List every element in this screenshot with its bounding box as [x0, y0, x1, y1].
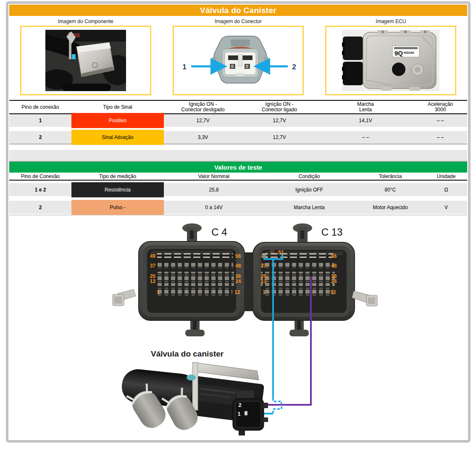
left-mounting-tab [113, 289, 136, 306]
svg-text:24: 24 [235, 278, 241, 284]
svg-text:13: 13 [150, 278, 156, 284]
test-table-header: Pino de Conexão Tipo de medição Valor No… [9, 173, 467, 181]
svg-text:48: 48 [235, 263, 241, 269]
value-cell: 14,1V [317, 118, 414, 123]
col-header-condition: Condição [264, 173, 355, 179]
empty-row [9, 150, 467, 161]
ecu-image-label: Imagem ECU [376, 17, 406, 26]
col-header-pin: Pino de Conexão [9, 173, 71, 179]
ecu-body [363, 32, 436, 89]
pin-cell: 1 e 2 [9, 187, 71, 193]
col-header-nominal: Valor Nominal [164, 173, 264, 179]
ecu-pinout-diagram: 49 37 25 13 1 56 48 36 24 12 [9, 215, 466, 440]
col-header-tolerance: Tolerância [355, 173, 426, 179]
ecu-image-column: Imagem ECU [315, 17, 467, 97]
signal-row-1: 1 Positivo 12,7V 12,7V 14,1V – – [9, 114, 467, 127]
svg-text:12: 12 [234, 289, 240, 295]
valve-pin2-label: 2 [238, 402, 241, 408]
col-header-accel: Aceleração3000 [414, 102, 466, 113]
svg-text:56: 56 [331, 253, 337, 259]
value-cell: 12,7V [164, 118, 242, 123]
test-values-title: Valores de teste [9, 161, 467, 173]
ecu-connector-block [343, 37, 363, 60]
ecu-connector-block [343, 62, 363, 85]
test-row-1: 1 e 2 Resistência 25,8 Ignição OFF 80°C … [9, 183, 467, 196]
ghost-pin-number: 48 [270, 249, 275, 254]
page-title: Válvula do Canister [9, 5, 467, 16]
value-cell: Motor Aquecido [355, 205, 426, 210]
wiring-diagram-section: 49 37 25 13 1 56 48 36 24 12 [9, 215, 467, 440]
ecu-badge-big: 9Q [394, 50, 403, 57]
valve-pin1-label: 1 [237, 411, 240, 417]
value-cell: Marcha Lenta [264, 205, 355, 210]
col-header-unit: Unidade [426, 173, 466, 179]
svg-text:1: 1 [263, 289, 266, 295]
value-cell: 25,8 [164, 187, 264, 193]
connector-photo: 1 2 [175, 28, 301, 93]
value-cell: 12,7V [242, 134, 317, 140]
measure-type-badge: Pulso - [71, 200, 164, 215]
wire-blue-dashed-jog [273, 398, 281, 414]
images-row: Imagem do Componente [9, 16, 467, 97]
pin-cell: 2 [9, 205, 71, 210]
component-photo [45, 30, 126, 91]
cyan-marker [72, 54, 76, 59]
component-image-box [20, 26, 151, 95]
connector-image-column: Imagem do Conector [162, 17, 314, 97]
pin-cell: 2 [9, 134, 71, 140]
signal-type-badge: Positivo [71, 113, 164, 128]
connector-c13: 49 37 25 13 1 56 48 36 24 12 48 51 [253, 223, 355, 336]
component-image-label: Imagem do Componente [58, 17, 113, 26]
col-header-ign-disconnected: Ignição ON -Conector desligado [164, 102, 242, 113]
value-cell: – – [414, 118, 466, 123]
value-cell: – – [317, 134, 414, 140]
ecu-badge-small: NISSAN [404, 51, 414, 54]
value-cell: 3,3V [164, 134, 242, 140]
col-header-signal-type: Tipo de Sinal [71, 105, 164, 110]
pin-cell: 1 [9, 118, 71, 123]
value-cell: – – [414, 134, 466, 140]
signal-type-badge: Sinal Ativação [71, 130, 164, 145]
connector-image-box: 1 2 [173, 26, 304, 95]
svg-text:24: 24 [331, 278, 337, 284]
col-header-pin: Pino de conexão [9, 105, 71, 110]
signal-table-header: Pino de conexão Tipo de Sinal Ignição ON… [9, 100, 467, 114]
c4-label: C 4 [211, 226, 227, 238]
value-cell: Ignição OFF [264, 187, 355, 193]
ecu-black-circle [392, 63, 405, 76]
connector-image-label: Imagem do Conector [215, 17, 262, 26]
col-header-idle: MarchaLenta [317, 102, 414, 113]
svg-text:37: 37 [261, 263, 267, 269]
col-header-ign-connected: Ignição ON -Conector ligado [242, 102, 317, 113]
svg-text:13: 13 [261, 278, 267, 284]
svg-text:1: 1 [157, 289, 160, 295]
svg-text:48: 48 [331, 263, 337, 269]
value-cell: 0 a 14V [164, 205, 264, 210]
svg-text:37: 37 [150, 263, 156, 269]
pin2-label: 2 [292, 63, 296, 71]
signal-table: Pino de conexão Tipo de Sinal Ignição ON… [9, 100, 467, 161]
component-image-column: Imagem do Componente [9, 17, 162, 97]
col-header-measure-type: Tipo de medição [71, 173, 164, 179]
diagnostic-sheet: Válvula do Canister Imagem do Componente [0, 0, 476, 451]
page-frame: Válvula do Canister Imagem do Componente [6, 1, 471, 443]
pin1-label: 1 [182, 63, 186, 71]
c13-label: C 13 [321, 226, 343, 238]
ecu-photo: 9Q NISSAN [342, 30, 439, 91]
measure-type-badge: Resistência [71, 182, 164, 197]
valve-label: Válvula do canister [151, 349, 224, 358]
right-mounting-tab [352, 291, 377, 306]
value-cell: 12,7V [242, 118, 317, 123]
svg-text:49: 49 [150, 253, 156, 259]
ecu-image-box: 9Q NISSAN [325, 26, 456, 95]
svg-text:56: 56 [235, 253, 241, 259]
connector-c4: 49 37 25 13 1 56 48 36 24 12 [139, 223, 245, 336]
value-cell: 80°C [355, 187, 426, 193]
signal-row-2: 2 Sinal Ativação 3,3V 12,7V – – – – [9, 131, 467, 144]
value-cell: Ω [426, 187, 466, 193]
value-cell: V [426, 205, 466, 210]
test-row-2: 2 Pulso - 0 a 14V Marcha Lenta Motor Aqu… [9, 201, 467, 214]
svg-text:12: 12 [330, 289, 336, 295]
